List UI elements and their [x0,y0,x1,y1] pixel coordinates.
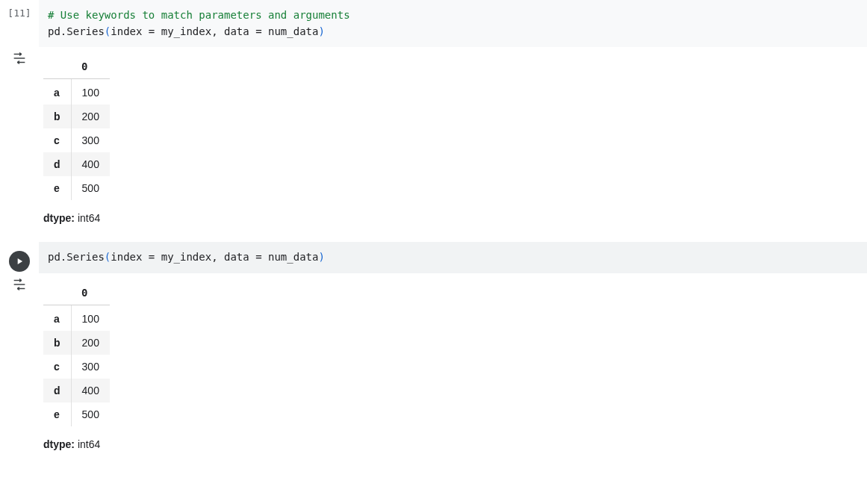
row-index: a [43,79,71,105]
table-corner [43,55,71,79]
code-token: index = my_index, data = num_data [111,25,318,37]
row-index: d [43,152,71,176]
table-row: a100 [43,79,110,105]
table-col-header: 0 [71,281,110,305]
cell-output: 0 a100b200c300d400e500 dtype: int64 [0,273,867,459]
row-index: c [43,355,71,379]
row-value: 300 [71,128,110,152]
dtype-line: dtype: int64 [43,212,863,224]
table-row: a100 [43,305,110,332]
row-value: 100 [71,305,110,332]
output-gutter [0,273,39,291]
table-row: b200 [43,331,110,355]
code-paren: ) [318,251,324,263]
dtype-value: int64 [75,212,100,224]
row-index: e [43,176,71,200]
table-corner [43,281,71,305]
row-value: 500 [71,402,110,426]
cell-gutter: [11] [0,0,39,19]
run-cell-button[interactable] [9,251,30,272]
output-table: 0 a100b200c300d400e500 [43,281,110,426]
row-index: a [43,305,71,332]
code-paren: ) [318,25,324,37]
table-row: b200 [43,105,110,128]
output-gutter [0,47,39,65]
dtype-label: dtype: [43,438,75,450]
output-toggle-icon[interactable] [10,278,28,291]
row-value: 400 [71,379,110,402]
dtype-label: dtype: [43,212,75,224]
row-index: e [43,402,71,426]
row-index: c [43,128,71,152]
row-value: 400 [71,152,110,176]
dtype-value: int64 [75,438,100,450]
row-value: 200 [71,105,110,128]
table-row: c300 [43,128,110,152]
code-token: index = my_index, data = num_data [111,251,318,263]
row-value: 100 [71,79,110,105]
table-row: d400 [43,379,110,402]
table-row: e500 [43,176,110,200]
row-index: b [43,105,71,128]
code-editor[interactable]: pd.Series(index = my_index, data = num_d… [39,242,867,273]
cell-gutter [0,242,39,272]
table-row: d400 [43,152,110,176]
code-token: pd.Series [48,251,105,263]
execution-count: [11] [7,7,31,19]
row-value: 500 [71,176,110,200]
table-body-2: a100b200c300d400e500 [43,305,110,427]
row-value: 300 [71,355,110,379]
table-row: e500 [43,402,110,426]
row-value: 200 [71,331,110,355]
code-comment: # Use keywords to match parameters and a… [48,9,350,21]
row-index: b [43,331,71,355]
dtype-line: dtype: int64 [43,438,863,450]
output-body: 0 a100b200c300d400e500 dtype: int64 [39,47,867,233]
table-row: c300 [43,355,110,379]
code-cell: pd.Series(index = my_index, data = num_d… [0,242,867,273]
table-col-header: 0 [71,55,110,79]
code-token: pd.Series [48,25,105,37]
output-toggle-icon[interactable] [10,52,28,65]
table-body-1: a100b200c300d400e500 [43,79,110,201]
code-editor[interactable]: # Use keywords to match parameters and a… [39,0,867,47]
row-index: d [43,379,71,402]
code-cell: [11] # Use keywords to match parameters … [0,0,867,47]
cell-output: 0 a100b200c300d400e500 dtype: int64 [0,47,867,233]
output-body: 0 a100b200c300d400e500 dtype: int64 [39,273,867,459]
output-table: 0 a100b200c300d400e500 [43,55,110,200]
